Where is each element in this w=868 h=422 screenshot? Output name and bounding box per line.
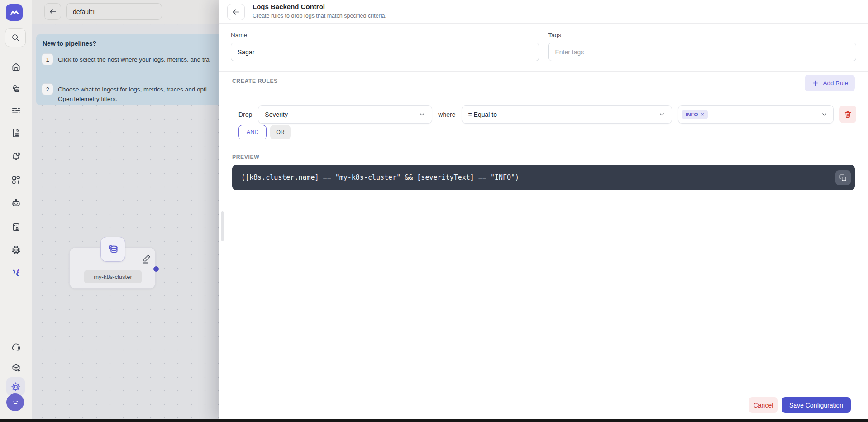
logs-backend-control-drawer: Logs Backend Control Create rules to dro… xyxy=(219,0,868,422)
database-node-icon xyxy=(106,243,120,256)
cancel-button[interactable]: Cancel xyxy=(749,397,778,413)
value-multiselect[interactable]: INFO × xyxy=(678,105,834,124)
drawer-title: Logs Backend Control xyxy=(253,3,325,10)
audit-card-icon xyxy=(11,222,21,232)
add-rule-button[interactable]: Add Rule xyxy=(805,75,855,91)
rule-row: Drop Severity where = Equal to INFO × xyxy=(231,105,856,124)
add-rule-label: Add Rule xyxy=(823,80,848,86)
onboarding-step-2: 2 Choose what to ingest for logs, metric… xyxy=(42,83,207,104)
document-logs-icon xyxy=(11,128,21,138)
dashboard-add-icon xyxy=(11,175,21,185)
sidebar-item-pipelines[interactable] xyxy=(0,101,32,120)
sidebar-divider xyxy=(5,334,25,334)
pipeline-list-icon xyxy=(11,106,21,116)
sidebar-item-settings[interactable] xyxy=(6,377,25,396)
settings-gear-icon xyxy=(10,381,21,392)
database-sources-icon xyxy=(11,84,21,94)
headset-support-icon xyxy=(11,341,21,352)
sidebar-item-assistant[interactable] xyxy=(0,194,32,212)
node-label: my-k8s-cluster xyxy=(84,270,142,283)
sidebar-item-dashboards[interactable] xyxy=(0,171,32,189)
logic-and-button[interactable]: AND xyxy=(238,125,267,139)
value-chip-label: INFO xyxy=(686,112,698,117)
tags-field-group: Tags xyxy=(548,32,857,61)
ai-sparkle-icon xyxy=(11,268,21,278)
avatar-face-icon xyxy=(10,397,21,408)
save-configuration-button[interactable]: Save Configuration xyxy=(782,397,851,413)
pipeline-name-tab[interactable]: default1 xyxy=(66,3,162,20)
rule-action-label: Drop xyxy=(238,111,252,118)
drawer-scrollbar-thumb[interactable] xyxy=(221,211,224,241)
drawer-back-button[interactable] xyxy=(227,4,245,20)
sidebar-item-audit[interactable] xyxy=(0,218,32,236)
step-number-badge: 1 xyxy=(42,53,53,65)
chevron-down-icon xyxy=(821,111,828,118)
chip-remove-icon[interactable]: × xyxy=(701,112,704,117)
name-label: Name xyxy=(231,32,539,38)
name-field-group: Name xyxy=(231,32,539,61)
drawer-header: Logs Backend Control Create rules to dro… xyxy=(219,0,868,24)
pencil-edit-icon xyxy=(141,253,152,265)
operator-select-value: = Equal to xyxy=(468,111,659,118)
sidebar-item-integrations[interactable] xyxy=(0,359,32,377)
sidebar-item-ai[interactable] xyxy=(0,264,32,282)
user-avatar[interactable] xyxy=(6,393,24,411)
node-edit-button[interactable] xyxy=(141,253,152,265)
preview-code-text: ([k8s.cluster.name] == "my-k8s-cluster" … xyxy=(241,173,519,182)
plus-icon xyxy=(811,79,819,87)
sidebar-item-processors[interactable] xyxy=(0,241,32,259)
connector-line xyxy=(158,269,219,269)
sidebar-item-support[interactable] xyxy=(0,337,32,355)
pipeline-name: default1 xyxy=(73,8,95,15)
step-number-badge: 2 xyxy=(42,83,53,95)
mw-logo[interactable] xyxy=(6,4,23,21)
tags-label: Tags xyxy=(548,32,857,38)
rule-where-label: where xyxy=(438,111,455,118)
logic-toggle-group: AND OR xyxy=(238,125,291,139)
fields-row: Name Tags xyxy=(231,32,856,61)
step-text: Choose what to ingest for logs, metrics,… xyxy=(58,83,207,104)
search-icon xyxy=(10,33,20,43)
footer-buttons: Cancel Save Configuration xyxy=(749,397,851,413)
trash-icon xyxy=(844,110,852,119)
topbar-back-button[interactable] xyxy=(44,3,61,20)
field-select[interactable]: Severity xyxy=(258,105,432,124)
app-root: default1 New to pipelines? 1 Click to se… xyxy=(0,0,868,422)
copy-icon xyxy=(839,174,847,182)
node-icon-badge xyxy=(100,237,125,262)
preview-section-label: PREVIEW xyxy=(232,154,259,160)
home-icon xyxy=(11,62,21,72)
logic-or-button[interactable]: OR xyxy=(270,125,291,139)
chevron-down-icon xyxy=(419,111,425,118)
delete-rule-button[interactable] xyxy=(839,106,856,123)
processor-chip-icon xyxy=(11,245,21,255)
onboarding-panel: New to pipelines? 1 Click to select the … xyxy=(36,34,250,105)
package-add-icon xyxy=(11,363,21,373)
bottom-screen-strip xyxy=(0,419,868,422)
drawer-subtitle: Create rules to drop logs that match spe… xyxy=(253,13,386,19)
sidebar-item-logs[interactable] xyxy=(0,124,32,142)
sidebar xyxy=(0,0,32,422)
create-rules-section-label: CREATE RULES xyxy=(232,78,278,84)
value-chip: INFO × xyxy=(682,110,708,119)
preview-code-block: ([k8s.cluster.name] == "my-k8s-cluster" … xyxy=(232,165,855,190)
sidebar-search-button[interactable] xyxy=(5,28,26,47)
name-input[interactable] xyxy=(231,43,539,61)
operator-select[interactable]: = Equal to xyxy=(462,105,672,124)
sidebar-item-home[interactable] xyxy=(0,58,32,76)
chevron-down-icon xyxy=(658,111,665,118)
section-divider xyxy=(219,71,868,72)
tags-input[interactable] xyxy=(548,43,857,61)
sidebar-item-data-sources[interactable] xyxy=(0,80,32,98)
alert-bell-icon xyxy=(11,151,21,162)
footer-divider xyxy=(219,391,868,391)
back-arrow-icon xyxy=(48,7,57,16)
back-arrow-icon xyxy=(231,7,241,17)
node-output-handle[interactable] xyxy=(153,266,159,272)
onboarding-step-1: 1 Click to select the host where your lo… xyxy=(42,53,210,65)
mw-logo-icon xyxy=(9,7,20,19)
sidebar-item-alerts[interactable] xyxy=(0,147,32,165)
copy-code-button[interactable] xyxy=(835,170,851,185)
step-text: Click to select the host where your logs… xyxy=(58,53,210,64)
robot-assistant-icon xyxy=(11,198,21,208)
